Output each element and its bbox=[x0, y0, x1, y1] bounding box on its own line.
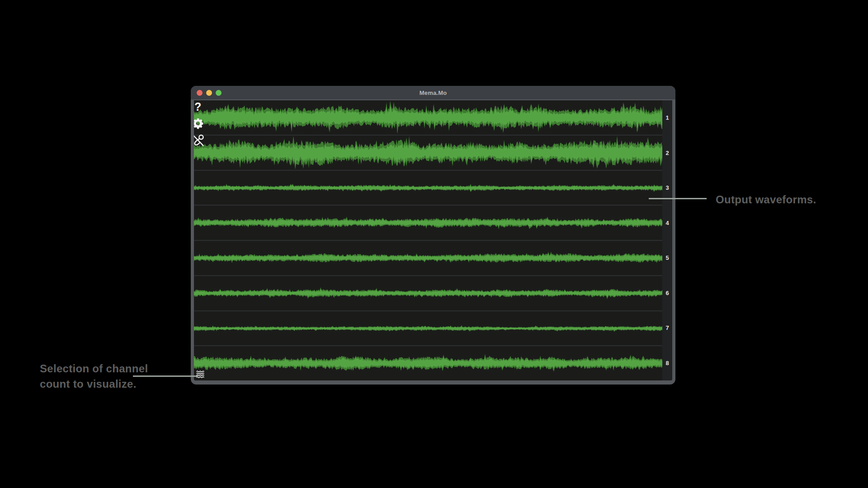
window-controls bbox=[197, 86, 222, 99]
waveform-panel: 12345678 ? bbox=[194, 100, 672, 380]
app-window: Mema.Mo 12345678 ? bbox=[191, 86, 675, 385]
channel-count-waves-icon[interactable] bbox=[196, 370, 205, 380]
channel-strip-7 bbox=[194, 311, 662, 346]
channel-number: 6 bbox=[662, 276, 672, 311]
channel-strip-4 bbox=[194, 206, 662, 240]
annotation-output-waveforms: Output waveforms. bbox=[716, 192, 816, 207]
waveform bbox=[194, 311, 662, 346]
channel-number: 4 bbox=[662, 206, 672, 241]
help-icon[interactable]: ? bbox=[194, 101, 201, 113]
title-bar[interactable]: Mema.Mo bbox=[191, 86, 675, 99]
close-button[interactable] bbox=[197, 90, 203, 96]
link-off-icon[interactable] bbox=[194, 133, 205, 148]
channel-number: 5 bbox=[662, 240, 672, 276]
channel-number: 7 bbox=[662, 310, 672, 346]
callout-line-output bbox=[649, 198, 707, 199]
minimize-button[interactable] bbox=[206, 90, 212, 96]
channel-strip-1 bbox=[194, 100, 662, 135]
channel-number-gutter: 12345678 bbox=[662, 100, 672, 380]
annotation-channel-count: Selection of channel count to visualize. bbox=[40, 361, 148, 392]
channel-number: 1 bbox=[662, 100, 672, 136]
waveform bbox=[194, 241, 662, 275]
waveform bbox=[194, 136, 662, 170]
channel-strip-2 bbox=[194, 136, 662, 170]
settings-gear-icon[interactable] bbox=[194, 117, 204, 131]
waveform bbox=[194, 346, 662, 380]
channel-number: 8 bbox=[662, 346, 672, 381]
channel-number: 3 bbox=[662, 170, 672, 206]
channel-strip-8 bbox=[194, 346, 662, 380]
channel-strip-6 bbox=[194, 276, 662, 310]
channel-number: 2 bbox=[662, 136, 672, 171]
waveform bbox=[194, 276, 662, 310]
waveform-strips bbox=[194, 100, 662, 380]
zoom-button[interactable] bbox=[216, 90, 222, 96]
channel-strip-5 bbox=[194, 241, 662, 275]
desktop-background: Mema.Mo 12345678 ? bbox=[0, 0, 868, 488]
waveform bbox=[194, 206, 662, 240]
waveform bbox=[194, 171, 662, 205]
waveform bbox=[194, 100, 662, 135]
window-title: Mema.Mo bbox=[420, 89, 447, 96]
channel-strip-3 bbox=[194, 171, 662, 205]
